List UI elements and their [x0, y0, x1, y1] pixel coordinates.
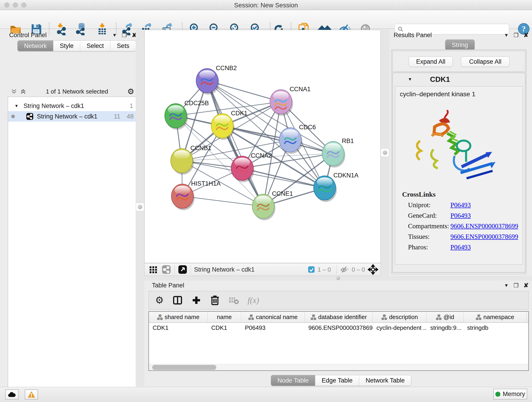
network-collection-label: String Network – cdk1	[24, 102, 84, 109]
network-collection-row[interactable]: ▼ String Network – cdk1 1	[8, 101, 137, 111]
scrollbar-thumb[interactable]	[152, 365, 216, 370]
network-edge-CCNB2-CCNE1[interactable]	[207, 81, 263, 206]
control-panel-title: Control Panel	[9, 32, 47, 39]
panel-float-icon[interactable]: ❐	[514, 32, 519, 38]
node-label-CCNE1: CCNE1	[272, 190, 293, 197]
add-column-icon[interactable]	[191, 295, 201, 305]
column-header-label: database identifier	[318, 313, 367, 321]
network-node-CCNB2[interactable]: CCNB2	[196, 65, 237, 95]
tab-select[interactable]: Select	[80, 41, 110, 51]
right-splitter-handle[interactable]	[381, 148, 389, 157]
table-cell[interactable]: stringdb	[463, 323, 526, 333]
network-node-HIST1H1A[interactable]: HIST1H1A	[171, 180, 221, 210]
right-splitter[interactable]	[381, 30, 389, 276]
network-selection-bar: 1 of 1 Network selected ⚙	[8, 86, 138, 97]
crosslink-link[interactable]: P06493	[450, 212, 471, 219]
results-panel: Results Panel ▼ ❐ ✘ String Expand All Co…	[389, 30, 532, 276]
table-cell[interactable]: cyclin-dependent ...	[373, 323, 427, 333]
column-header-label: @id	[443, 313, 454, 321]
table-row[interactable]: CDK1CDK1P064939606.ENSP00000378699cyclin…	[149, 323, 528, 333]
left-splitter[interactable]	[136, 30, 144, 386]
tab-node-table[interactable]: Node Table	[271, 375, 315, 386]
column-header-name[interactable]: name	[208, 312, 241, 322]
network-node-CDC25B[interactable]: CDC25B	[165, 100, 209, 130]
table-cell[interactable]: CDK1	[208, 323, 241, 333]
left-splitter-handle[interactable]	[136, 203, 144, 211]
node-count: 11	[114, 113, 120, 120]
panel-menu-icon[interactable]: ▼	[112, 32, 117, 38]
network-row-selected[interactable]: String Network – cdk1 11 48	[8, 111, 137, 122]
column-header-canonical-name[interactable]: canonical name	[241, 312, 305, 322]
delete-table-icon[interactable]	[228, 296, 239, 305]
function-builder-icon[interactable]: f(x)	[248, 295, 259, 305]
column-type-icon	[157, 314, 163, 320]
table-cell[interactable]: P06493	[241, 323, 305, 333]
panel-close-icon[interactable]: ✘	[524, 282, 529, 289]
hidden-counts: 0 – 0	[352, 266, 365, 273]
crosslink-link[interactable]: P06493	[450, 243, 471, 251]
horizontal-splitter[interactable]	[144, 276, 532, 281]
network-options-gear-icon[interactable]: ⚙	[127, 87, 134, 96]
selection-status: 1 of 1 Network selected	[27, 88, 127, 95]
tree-expand-icon[interactable]: ▼	[14, 104, 19, 108]
table-body: CDK1CDK1P064939606.ENSP00000378699cyclin…	[149, 323, 528, 333]
memory-button[interactable]: Memory	[493, 389, 527, 400]
tab-string[interactable]: String	[445, 40, 475, 50]
crosslink-link[interactable]: P06493	[450, 201, 471, 209]
show-columns-icon[interactable]	[172, 295, 183, 305]
expand-all-icon[interactable]	[20, 88, 27, 95]
pan-crosshair-icon[interactable]	[368, 264, 378, 275]
table-horizontal-scrollbar[interactable]	[149, 364, 528, 370]
tab-style[interactable]: Style	[53, 41, 80, 51]
column-header-@id[interactable]: @id	[427, 312, 463, 322]
warnings-button[interactable]	[25, 389, 38, 400]
tab-sets[interactable]: Sets	[110, 41, 136, 51]
horizontal-splitter-handle[interactable]	[336, 276, 340, 280]
column-header-database-identifier[interactable]: database identifier	[305, 312, 373, 322]
panel-float-icon[interactable]: ❐	[122, 32, 127, 38]
tab-edge-table[interactable]: Edge Table	[315, 375, 359, 386]
column-header-description[interactable]: description	[373, 312, 427, 322]
table-cell[interactable]: stringdb:9...	[427, 323, 463, 333]
panel-menu-icon[interactable]: ▼	[504, 32, 509, 38]
section-collapse-icon[interactable]: ▼	[408, 77, 412, 82]
gene-section-header[interactable]: ▼ CDK1	[393, 73, 525, 86]
table-toolbar: ⚙ f(x)	[148, 291, 529, 309]
grid-view-icon[interactable]	[149, 265, 158, 274]
panel-close-icon[interactable]: ✘	[524, 32, 529, 39]
column-header-shared-name[interactable]: shared name	[149, 312, 208, 322]
network-navbar: String Network – cdk1 1 – 0 0 – 0	[144, 263, 381, 276]
tab-network[interactable]: Network	[18, 41, 53, 51]
node-table: shared namenamecanonical namedatabase id…	[148, 311, 529, 371]
panel-float-icon[interactable]: ❐	[514, 282, 519, 289]
tab-network-table[interactable]: Network Table	[359, 375, 411, 386]
column-header-namespace[interactable]: namespace	[463, 312, 526, 322]
gene-section: ▼ CDK1 cyclin–dependent kinase 1	[393, 73, 525, 273]
selected-checkbox-icon[interactable]	[307, 266, 315, 274]
table-cell[interactable]: 9606.ENSP00000378699	[305, 323, 373, 333]
string-results-container: Expand All Collapse All ▼ CDK1 cyclin–de…	[391, 50, 526, 274]
collapse-all-icon[interactable]	[11, 88, 17, 95]
panel-menu-icon[interactable]: ▼	[504, 283, 509, 288]
crosslink-link[interactable]: 9606.ENSP00000378699	[450, 222, 518, 230]
open-external-icon[interactable]	[178, 265, 187, 274]
cloud-button[interactable]	[5, 389, 19, 400]
crosslinks-list: Uniprot:P06493GeneCard:P06493Compartment…	[408, 200, 523, 252]
table-settings-gear-icon[interactable]: ⚙	[155, 295, 164, 305]
crosslink-link[interactable]: 9606.ENSP00000378699	[450, 233, 518, 240]
collapse-all-button[interactable]: Collapse All	[461, 57, 510, 67]
delete-column-icon[interactable]	[210, 295, 220, 306]
network-node-CCNA1[interactable]: CCNA1	[270, 86, 311, 116]
crosslink-row: Pharos:P06493	[408, 242, 523, 252]
network-view-icon[interactable]	[162, 265, 171, 274]
status-bar: Memory	[0, 387, 532, 402]
network-graph[interactable]: CCNB2CCNA1CDC25BCDK1CDC6RB1CCNB1CCNA2CDK…	[145, 30, 380, 263]
network-node-RB1[interactable]: RB1	[322, 138, 354, 167]
table-cell[interactable]: CDK1	[149, 323, 208, 333]
network-node-CDKN1A[interactable]: CDKN1A	[314, 172, 359, 202]
network-node-CDC6[interactable]: CDC6	[279, 124, 316, 154]
hidden-eye-slash-icon[interactable]	[340, 265, 349, 274]
network-canvas[interactable]: CCNB2CCNA1CDC25BCDK1CDC6RB1CCNB1CCNA2CDK…	[144, 30, 381, 263]
expand-all-button[interactable]: Expand All	[409, 57, 453, 67]
collection-count: 1	[130, 102, 133, 109]
